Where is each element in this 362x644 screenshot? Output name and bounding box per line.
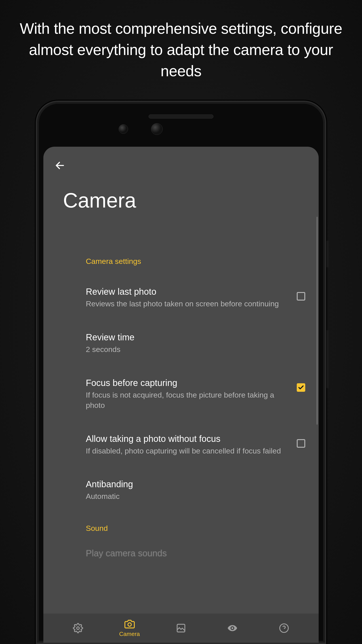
- nav-settings[interactable]: [66, 623, 90, 633]
- setting-allow-no-focus[interactable]: Allow taking a photo without focus If di…: [86, 433, 310, 456]
- setting-subtitle: If focus is not acquired, focus the pict…: [86, 390, 288, 410]
- page-title: Camera: [54, 171, 308, 212]
- nav-gallery[interactable]: [169, 623, 193, 633]
- settings-list[interactable]: Camera settings Review last photo Review…: [43, 212, 319, 615]
- nav-camera[interactable]: Camera: [117, 619, 142, 638]
- check-icon: [298, 384, 304, 391]
- device-front-camera-1: [119, 124, 128, 134]
- setting-title: Review time: [86, 332, 305, 343]
- gear-icon: [73, 623, 83, 633]
- setting-title: Review last photo: [86, 286, 288, 298]
- screen: Camera Camera settings Review last photo…: [43, 147, 319, 643]
- eye-icon: [227, 623, 238, 633]
- checkbox-allow-no-focus[interactable]: [297, 439, 305, 448]
- camera-icon: [124, 619, 135, 629]
- setting-antibanding[interactable]: Antibanding Automatic: [86, 478, 310, 502]
- svg-point-1: [77, 627, 79, 630]
- promo-headline: With the most comprehensive settings, co…: [0, 0, 362, 82]
- device-speaker: [149, 114, 213, 118]
- setting-cutoff: Play camera sounds: [86, 548, 310, 558]
- section-header-camera: Camera settings: [86, 257, 310, 266]
- svg-point-4: [232, 627, 233, 629]
- setting-subtitle: Automatic: [86, 491, 305, 502]
- bottom-nav: Camera: [43, 614, 319, 643]
- device-side-button: [327, 240, 329, 268]
- device-front-camera-2: [151, 123, 163, 135]
- svg-point-2: [128, 623, 131, 626]
- app-bar: Camera: [43, 147, 319, 212]
- back-button[interactable]: [54, 160, 65, 171]
- help-icon: [279, 623, 289, 633]
- setting-subtitle: If disabled, photo capturing will be can…: [86, 446, 288, 456]
- setting-review-last-photo[interactable]: Review last photo Reviews the last photo…: [86, 286, 310, 309]
- nav-help[interactable]: [272, 623, 296, 633]
- checkbox-focus-before[interactable]: [297, 383, 305, 392]
- device-volume-button: [327, 330, 329, 388]
- setting-title: Focus before capturing: [86, 377, 288, 389]
- arrow-left-icon: [54, 160, 65, 171]
- section-header-sound: Sound: [86, 524, 310, 533]
- scrollbar[interactable]: [317, 217, 318, 425]
- setting-title: Antibanding: [86, 478, 305, 490]
- image-icon: [176, 623, 186, 633]
- setting-focus-before[interactable]: Focus before capturing If focus is not a…: [86, 377, 310, 410]
- setting-subtitle: Reviews the last photo taken on screen b…: [86, 299, 288, 309]
- checkbox-review-last[interactable]: [297, 292, 305, 300]
- nav-camera-label: Camera: [119, 630, 140, 638]
- setting-review-time[interactable]: Review time 2 seconds: [86, 332, 310, 355]
- device-frame: Camera Camera settings Review last photo…: [36, 100, 326, 644]
- setting-subtitle: 2 seconds: [86, 344, 305, 355]
- nav-preview[interactable]: [220, 623, 245, 633]
- setting-title: Allow taking a photo without focus: [86, 433, 288, 444]
